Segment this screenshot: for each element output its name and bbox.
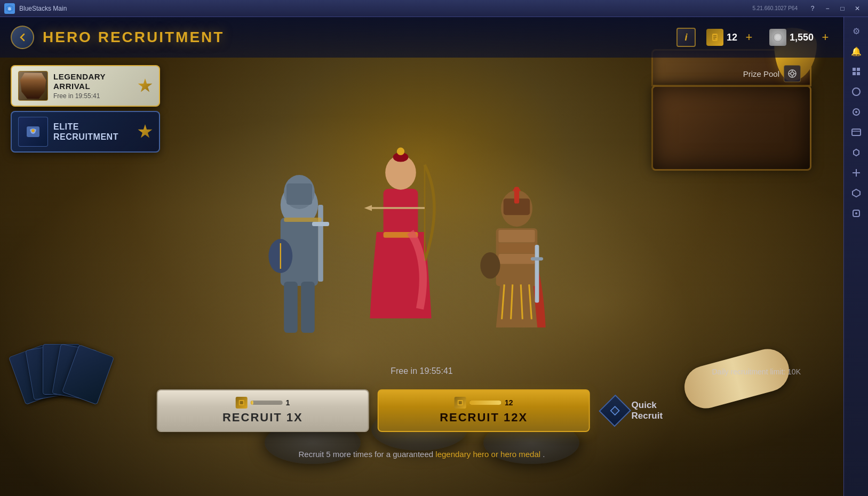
quick-recruit[interactable]: Quick Recruit [604,399,687,422]
hero-knight-figure [257,160,342,352]
minimize-button[interactable]: − [821,3,834,14]
legendary-avatar [18,71,48,101]
coin-icon [769,29,786,46]
svg-rect-22 [318,205,323,282]
recruit-1x-label: RECRUIT 1X [222,411,303,425]
prize-pool-button[interactable] [784,65,801,82]
titlebar: B BlueStacks Main 5.21.660.1027 P64 ? − … [0,0,868,17]
cost-bar-1x [250,401,282,405]
sidebar-icon-8[interactable] [847,163,866,182]
cost-bar-fill-1x [250,401,253,405]
svg-rect-2 [853,68,856,71]
legendary-card-info: LEGENDARY ARRIVAL Free in 19:55:41 [53,72,136,100]
svg-rect-5 [857,72,860,75]
maximize-button[interactable]: □ [836,3,849,14]
svg-point-8 [855,111,857,113]
legendary-badge-star [138,78,153,93]
timer-display: Free in 19:55:41 [391,366,453,376]
elite-avatar [18,117,48,147]
quick-recruit-label: Quick Recruit [632,400,687,421]
legendary-subtitle: Free in 19:55:41 [53,92,136,100]
titlebar-app-name: BlueStacks Main [19,5,752,12]
svg-point-48 [480,252,500,279]
recruit-12x-button[interactable]: 12 RECRUIT 12X [378,389,590,432]
svg-rect-3 [857,68,860,71]
svg-rect-27 [383,189,418,237]
sidebar-icon-3[interactable] [847,62,866,81]
cost-bar-fill-12x [469,401,501,405]
sidebar-icon-7[interactable] [847,143,866,162]
timer-text: Free in 19:55:41 [391,366,453,375]
bottom-info-text: Recruit 5 more times for a guaranteed le… [299,450,545,459]
svg-rect-64 [240,401,243,404]
bottom-text-highlight[interactable]: legendary hero or hero medal [435,450,540,459]
svg-point-15 [855,212,857,214]
recruit-12x-label: RECRUIT 12X [440,411,528,425]
bottom-text-suffix: . [543,450,545,459]
right-sidebar: ⚙ 🔔 [843,17,868,496]
quick-recruit-diamond [599,395,631,427]
svg-rect-20 [284,282,298,333]
avatar-head [19,71,47,100]
svg-rect-4 [853,72,856,75]
svg-marker-67 [611,406,619,415]
add-coin-button[interactable]: + [818,30,833,45]
svg-rect-66 [459,401,462,404]
svg-marker-33 [364,205,371,211]
svg-point-6 [853,88,860,95]
titlebar-version: 5.21.660.1027 P64 [752,5,798,11]
svg-point-54 [775,35,781,40]
elite-recruitment-card[interactable]: ELITE RECRUITMENT [11,111,160,153]
bluestacks-logo: B [4,3,15,14]
svg-text:B: B [8,7,11,11]
close-button[interactable]: ✕ [851,3,864,14]
hero-roman-figure [475,171,558,352]
back-button[interactable] [11,26,34,49]
info-button[interactable]: i [676,28,696,47]
legendary-arrival-card[interactable]: LEGENDARY ARRIVAL Free in 19:55:41 [11,65,160,107]
sidebar-icon-5[interactable] [847,102,866,122]
scroll-count: 12 [727,32,737,43]
prize-pool-label: Prize Pool [743,69,779,78]
add-scroll-button[interactable]: + [742,30,756,45]
scroll-icon [706,29,723,46]
svg-point-56 [31,129,35,132]
cost-bar-12x [469,401,501,405]
daily-limit: Daily recruitment limit: 10K [712,367,801,376]
sidebar-icon-4[interactable] [847,82,866,101]
svg-rect-26 [284,218,321,222]
resource-bar: 12 + 1,550 + [706,29,833,46]
svg-rect-23 [312,222,329,226]
cost-icon-1x [235,397,247,409]
hero-archer-figure [353,125,449,339]
svg-marker-13 [853,189,860,197]
sidebar-icon-1[interactable]: ⚙ [847,21,866,41]
svg-rect-46 [535,245,539,303]
sidebar-icon-10[interactable] [847,204,866,223]
top-navigation: HERO RECRUITMENT i 12 + [0,17,843,58]
prize-pool: Prize Pool [743,65,801,82]
elite-card-info: ELITE RECRUITMENT [53,122,136,142]
cost-number-1x: 1 [285,398,290,407]
help-button[interactable]: ? [806,3,819,14]
daily-limit-text: Daily recruitment limit: 10K [712,367,801,376]
cost-number-12x: 12 [505,398,513,407]
svg-rect-38 [498,254,535,264]
bottom-text-prefix: Recruit 5 more times for a guaranteed [299,450,436,459]
sidebar-icon-6[interactable] [847,123,866,142]
svg-rect-36 [498,230,535,242]
legendary-title: LEGENDARY ARRIVAL [53,72,136,91]
elite-badge-star [138,124,153,139]
recruit-1x-button[interactable]: 1 RECRUIT 1X [156,389,369,432]
sidebar-icon-9[interactable] [847,183,866,203]
game-area: HERO RECRUITMENT i 12 + [0,17,843,496]
svg-rect-37 [498,243,535,253]
titlebar-controls: ? − □ ✕ [806,3,864,14]
sidebar-icon-2[interactable]: 🔔 [847,42,866,61]
svg-rect-21 [301,282,315,333]
elite-title: ELITE RECRUITMENT [53,122,136,142]
svg-point-30 [396,148,404,155]
cost-icon-12x [455,397,466,409]
coin-resource: 1,550 [769,29,814,46]
cost-row-1x: 1 [235,397,290,409]
